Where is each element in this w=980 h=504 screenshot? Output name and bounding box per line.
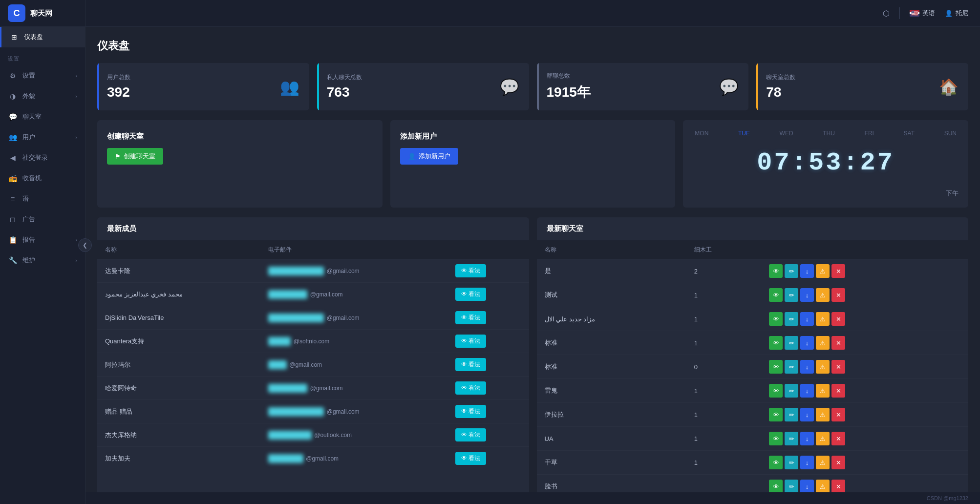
sidebar: C 聊天网 ⊞ 仪表盘 设置 ⚙ 设置 › ◑ 外貌 › 💬 聊天室 👥 用户 …: [0, 0, 85, 504]
room-download-btn[interactable]: ↓: [800, 384, 814, 398]
view-member-button[interactable]: 👁 看法: [455, 335, 486, 348]
room-edit-btn[interactable]: ✏: [785, 360, 798, 374]
room-action-btns: 👁 ✏ ↓ ⚠ ✕: [769, 336, 960, 350]
room-warn-btn[interactable]: ⚠: [816, 408, 830, 421]
sidebar-item-dashboard[interactable]: ⊞ 仪表盘: [0, 27, 85, 47]
room-download-btn[interactable]: ↓: [800, 432, 814, 445]
room-edit-btn[interactable]: ✏: [785, 384, 798, 398]
sidebar-item-maintenance[interactable]: 🔧 维护 ›: [0, 250, 85, 271]
user-menu[interactable]: 👤 托尼: [945, 9, 968, 18]
page-title: 仪表盘: [97, 39, 968, 53]
room-delete-btn[interactable]: ✕: [831, 336, 845, 350]
sidebar-item-social-login[interactable]: ◀ 社交登录: [0, 147, 85, 168]
sidebar-collapse-button[interactable]: ❮: [78, 238, 92, 252]
room-edit-btn[interactable]: ✏: [785, 456, 798, 469]
col-action: [447, 241, 529, 259]
room-download-btn[interactable]: ↓: [800, 408, 814, 421]
room-delete-btn[interactable]: ✕: [831, 384, 845, 398]
room-download-btn[interactable]: ↓: [800, 264, 814, 278]
room-count: 1: [686, 283, 761, 307]
room-action-btns: 👁 ✏ ↓ ⚠ ✕: [769, 312, 960, 326]
sidebar-item-language[interactable]: ≡ 语: [0, 189, 85, 209]
create-room-button[interactable]: ⚑ 创建聊天室: [107, 148, 163, 165]
day-wed: WED: [780, 130, 793, 137]
stat-users-icon: 👥: [280, 78, 299, 96]
language-selector[interactable]: 🇺🇸 英语: [910, 9, 935, 18]
room-warn-btn[interactable]: ⚠: [816, 360, 830, 374]
view-member-button[interactable]: 👁 看法: [455, 288, 486, 301]
stat-card-users: 用户总数 392 👥: [97, 63, 309, 110]
room-view-btn[interactable]: 👁: [769, 360, 783, 374]
view-member-button[interactable]: 👁 看法: [455, 264, 486, 277]
day-mon: MON: [695, 130, 708, 137]
add-user-button[interactable]: 👤 添加新用户: [400, 148, 458, 165]
view-member-button[interactable]: 👁 看法: [455, 381, 486, 395]
room-delete-btn[interactable]: ✕: [831, 264, 845, 278]
table-row: 伊拉拉 1 👁 ✏ ↓ ⚠ ✕: [537, 403, 969, 427]
room-view-btn[interactable]: 👁: [769, 480, 783, 492]
app-name: 聊天网: [30, 9, 52, 18]
ads-icon: ◻: [8, 214, 18, 224]
room-warn-btn[interactable]: ⚠: [816, 312, 830, 326]
eye-icon: 👁: [461, 337, 469, 344]
sidebar-item-settings[interactable]: ⚙ 设置 ›: [0, 65, 85, 86]
room-warn-btn[interactable]: ⚠: [816, 456, 830, 469]
room-warn-btn[interactable]: ⚠: [816, 384, 830, 398]
room-download-btn[interactable]: ↓: [800, 480, 814, 492]
sidebar-item-radio[interactable]: 📻 收音机: [0, 168, 85, 189]
sidebar-section-settings: 设置: [0, 47, 85, 65]
view-member-button[interactable]: 👁 看法: [455, 311, 486, 324]
view-member-button[interactable]: 👁 看法: [455, 358, 486, 371]
table-row: 阿拉玛尔 ███ @gmail.com 👁 看法: [97, 353, 529, 377]
add-user-btn-icon: 👤: [408, 153, 416, 160]
member-email: ████████ @gmail.com: [260, 283, 447, 306]
room-view-btn[interactable]: 👁: [769, 288, 783, 302]
room-edit-btn[interactable]: ✏: [785, 480, 798, 492]
room-view-btn[interactable]: 👁: [769, 264, 783, 278]
room-warn-btn[interactable]: ⚠: [816, 432, 830, 445]
external-link-icon[interactable]: ⬡: [883, 9, 890, 18]
room-warn-btn[interactable]: ⚠: [816, 336, 830, 350]
sidebar-item-ads[interactable]: ◻ 广告: [0, 209, 85, 230]
room-delete-btn[interactable]: ✕: [831, 456, 845, 469]
maintenance-icon: 🔧: [8, 255, 18, 265]
room-delete-btn[interactable]: ✕: [831, 360, 845, 374]
room-warn-btn[interactable]: ⚠: [816, 480, 830, 492]
sidebar-item-users[interactable]: 👥 用户 ›: [0, 127, 85, 147]
view-member-button[interactable]: 👁 看法: [455, 405, 486, 418]
room-delete-btn[interactable]: ✕: [831, 432, 845, 445]
footer: CSDN @mg1232: [85, 492, 980, 504]
room-view-btn[interactable]: 👁: [769, 456, 783, 469]
room-delete-btn[interactable]: ✕: [831, 408, 845, 421]
room-view-btn[interactable]: 👁: [769, 384, 783, 398]
room-view-btn[interactable]: 👁: [769, 312, 783, 326]
room-view-btn[interactable]: 👁: [769, 336, 783, 350]
room-download-btn[interactable]: ↓: [800, 456, 814, 469]
room-delete-btn[interactable]: ✕: [831, 312, 845, 326]
room-warn-btn[interactable]: ⚠: [816, 288, 830, 302]
room-warn-btn[interactable]: ⚠: [816, 264, 830, 278]
room-download-btn[interactable]: ↓: [800, 312, 814, 326]
room-view-btn[interactable]: 👁: [769, 408, 783, 421]
sidebar-item-reports[interactable]: 📋 报告 ›: [0, 230, 85, 250]
room-delete-btn[interactable]: ✕: [831, 480, 845, 492]
room-download-btn[interactable]: ↓: [800, 288, 814, 302]
sidebar-item-chatroom[interactable]: 💬 聊天室: [0, 106, 85, 127]
main-content: ⬡ 🇺🇸 英语 👤 托尼 仪表盘 用户总数 392 👥 私人聊天总数: [85, 0, 980, 504]
room-view-btn[interactable]: 👁: [769, 432, 783, 445]
member-email: ███ @gmail.com: [260, 353, 447, 377]
room-delete-btn[interactable]: ✕: [831, 288, 845, 302]
room-edit-btn[interactable]: ✏: [785, 264, 798, 278]
view-member-button[interactable]: 👁 看法: [455, 428, 486, 441]
stat-card-group-chats: 群聊总数 1915年 💬: [537, 63, 749, 110]
eye-icon: 👁: [461, 314, 469, 321]
view-member-button[interactable]: 👁 看法: [455, 452, 486, 465]
room-download-btn[interactable]: ↓: [800, 336, 814, 350]
room-edit-btn[interactable]: ✏: [785, 336, 798, 350]
room-edit-btn[interactable]: ✏: [785, 312, 798, 326]
room-edit-btn[interactable]: ✏: [785, 408, 798, 421]
sidebar-item-appearance[interactable]: ◑ 外貌 ›: [0, 86, 85, 106]
room-edit-btn[interactable]: ✏: [785, 432, 798, 445]
room-download-btn[interactable]: ↓: [800, 360, 814, 374]
room-edit-btn[interactable]: ✏: [785, 288, 798, 302]
